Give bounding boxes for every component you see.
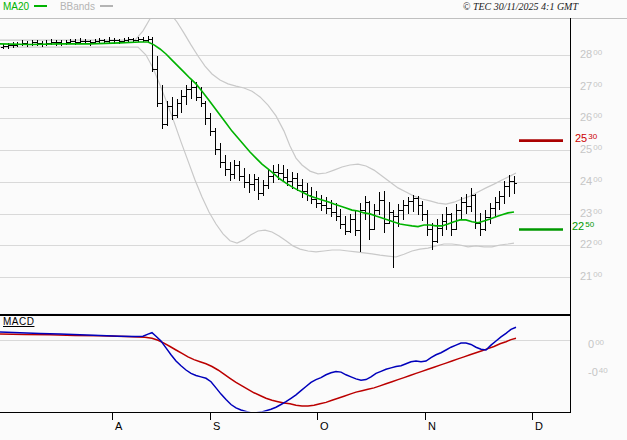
ma20-line: [0, 42, 514, 227]
stock-chart-canvas: [0, 0, 627, 440]
price-panel: [0, 10, 517, 268]
axes: [0, 18, 627, 420]
panel-separator: [0, 314, 570, 317]
price-gridlines: [0, 56, 570, 278]
macd-panel: [0, 327, 570, 413]
ohlc-bars: [1, 36, 517, 268]
bollinger-upper-line: [0, 10, 516, 204]
macd-signal-line: [0, 334, 516, 406]
